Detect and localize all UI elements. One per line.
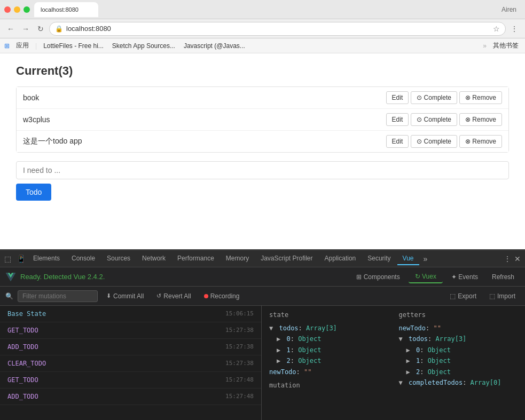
address-text: localhost:8080: [66, 25, 490, 33]
apps-icon[interactable]: ⊞: [4, 42, 10, 50]
remove-button-1[interactable]: ⊗ Remove: [459, 113, 502, 126]
commit-all-button[interactable]: ⬇ Commit All: [102, 291, 148, 302]
todo-input-area: Todo: [16, 161, 509, 201]
devtools-settings-icon[interactable]: ⋮: [503, 253, 512, 264]
tab-application[interactable]: Application: [319, 252, 362, 265]
star-icon[interactable]: ☆: [493, 25, 500, 33]
close-button[interactable]: [4, 6, 11, 13]
expand-getter-todos-icon[interactable]: ▼: [399, 335, 403, 343]
bookmark-others[interactable]: 其他书签: [491, 40, 521, 51]
tab-vue[interactable]: Vue: [397, 252, 419, 265]
devtools-close-icon[interactable]: ✕: [513, 253, 522, 264]
menu-button[interactable]: ⋮: [508, 22, 521, 35]
subtab-components[interactable]: ⊞ Components: [350, 271, 406, 283]
expand-completed-icon[interactable]: ▼: [399, 379, 403, 386]
more-bookmarks[interactable]: »: [483, 42, 487, 50]
state-todos-1: ▶ 1: Object: [277, 345, 388, 355]
reload-button[interactable]: ↻: [34, 22, 47, 35]
getter-todos-1: ▶ 1: Object: [406, 355, 518, 366]
revert-all-button[interactable]: ↺ Revert All: [152, 291, 195, 302]
getter-todos-children: ▶ 0: Object ▶ 1: Object ▶ 2: Object: [399, 345, 518, 377]
mutation-item[interactable]: ADD_TODO 15:27:48: [0, 389, 261, 405]
getter-todos-2: ▶ 2: Object: [406, 367, 518, 377]
tab-security[interactable]: Security: [362, 252, 396, 265]
tab-memory[interactable]: Memory: [221, 252, 254, 265]
browser-titlebar: localhost:8080 Airen: [0, 0, 525, 19]
import-button[interactable]: ⬚ Import: [485, 291, 520, 302]
traffic-lights: [4, 6, 30, 13]
getters-column: getters newTodo: "" ▼ todos: Array[3] ▶: [399, 311, 518, 415]
getters-tree: newTodo: "" ▼ todos: Array[3] ▶ 0: Objec…: [399, 323, 518, 388]
bookmark-apps[interactable]: 应用: [14, 40, 31, 51]
expand-icon[interactable]: ▶: [406, 368, 410, 376]
expand-icon[interactable]: ▶: [277, 357, 280, 364]
commit-icon: ⬇: [106, 292, 111, 299]
filter-mutations-input[interactable]: [18, 290, 98, 302]
todo-input[interactable]: [16, 161, 509, 179]
state-getters-panel: state ▼ todos: Array[3] ▶ 0: Object: [262, 306, 525, 420]
expand-icon[interactable]: ▶: [277, 335, 280, 343]
more-tabs-icon[interactable]: »: [422, 253, 429, 264]
state-todos-0: ▶ 0: Object: [277, 334, 388, 344]
page-content: Current(3) book Edit ⊙ Complete ⊗ Remove…: [0, 53, 525, 249]
tab-js-profiler[interactable]: JavaScript Profiler: [255, 252, 318, 265]
devtools-inspect-icon[interactable]: ⬚: [3, 253, 12, 264]
todo-submit-button[interactable]: Todo: [16, 184, 51, 201]
todo-item: 这是一个todo app Edit ⊙ Complete ⊗ Remove: [17, 131, 508, 152]
forward-button[interactable]: →: [19, 22, 32, 35]
minimize-button[interactable]: [14, 6, 20, 13]
edit-button-0[interactable]: Edit: [386, 91, 409, 104]
expand-todos-icon[interactable]: ▼: [269, 324, 273, 332]
mutation-name: ADD_TODO: [7, 393, 38, 400]
mutation-name: GET_TODO: [7, 376, 38, 384]
mutation-item-base[interactable]: Base State 15:06:15: [0, 306, 261, 322]
browser-tab[interactable]: localhost:8080: [34, 2, 98, 17]
mutation-label: mutation: [269, 382, 388, 389]
expand-icon[interactable]: ▶: [406, 357, 410, 364]
todo-list: book Edit ⊙ Complete ⊗ Remove w3cplus Ed…: [16, 86, 509, 153]
todo-text: book: [23, 93, 386, 102]
todo-actions: Edit ⊙ Complete ⊗ Remove: [386, 113, 502, 126]
getters-title: getters: [399, 311, 518, 319]
subtab-vuex[interactable]: ↻ Vuex: [409, 271, 443, 283]
devtools-device-icon[interactable]: 📱: [15, 253, 27, 264]
refresh-button[interactable]: Refresh: [487, 271, 520, 283]
complete-button-0[interactable]: ⊙ Complete: [411, 91, 457, 104]
maximize-button[interactable]: [23, 6, 30, 13]
bookmark-javascript[interactable]: Javascript (@Javas...: [182, 41, 247, 51]
vuex-icon: ↻: [415, 273, 422, 280]
tab-sources[interactable]: Sources: [101, 252, 136, 265]
edit-button-1[interactable]: Edit: [386, 113, 409, 126]
edit-button-2[interactable]: Edit: [386, 135, 409, 148]
bookmark-sketch[interactable]: Sketch App Sources...: [110, 41, 177, 51]
export-button[interactable]: ⬚ Export: [445, 291, 481, 302]
subtab-events[interactable]: ✦ Events: [445, 271, 484, 283]
recording-button[interactable]: Recording: [200, 291, 244, 302]
expand-icon[interactable]: ▶: [277, 346, 280, 354]
vue-subtoolbar: Ready. Detected Vue 2.4.2. ⊞ Components …: [0, 267, 525, 287]
mutation-item[interactable]: CLEAR_TODO 15:27:38: [0, 355, 261, 372]
mutation-item[interactable]: GET_TODO 15:27:48: [0, 372, 261, 389]
devtools-tabbar: ⬚ 📱 Elements Console Sources Network Per…: [0, 250, 525, 267]
events-icon: ✦: [451, 273, 458, 281]
todo-text: 这是一个todo app: [23, 137, 386, 146]
tab-network[interactable]: Network: [137, 252, 171, 265]
mutation-item[interactable]: ADD_TODO 15:27:38: [0, 339, 261, 355]
complete-button-1[interactable]: ⊙ Complete: [411, 113, 457, 126]
mutation-name: Base State: [7, 310, 46, 318]
complete-button-2[interactable]: ⊙ Complete: [411, 135, 457, 148]
back-button[interactable]: ←: [4, 22, 17, 35]
tab-console[interactable]: Console: [66, 252, 100, 265]
tab-performance[interactable]: Performance: [172, 252, 220, 265]
address-bar[interactable]: 🔒 localhost:8080 ☆: [49, 22, 506, 36]
mutation-time: 15:27:48: [225, 393, 254, 400]
remove-button-2[interactable]: ⊗ Remove: [459, 135, 502, 148]
remove-button-0[interactable]: ⊗ Remove: [459, 91, 502, 104]
bookmark-lottie[interactable]: LottieFiles - Free hi...: [41, 41, 106, 51]
todo-actions: Edit ⊙ Complete ⊗ Remove: [386, 91, 502, 104]
expand-icon[interactable]: ▶: [406, 346, 410, 354]
mutation-item[interactable]: GET_TODO 15:27:38: [0, 322, 261, 339]
export-icon: ⬚: [450, 292, 456, 300]
todo-item: book Edit ⊙ Complete ⊗ Remove: [17, 87, 508, 109]
tab-elements[interactable]: Elements: [28, 252, 65, 265]
